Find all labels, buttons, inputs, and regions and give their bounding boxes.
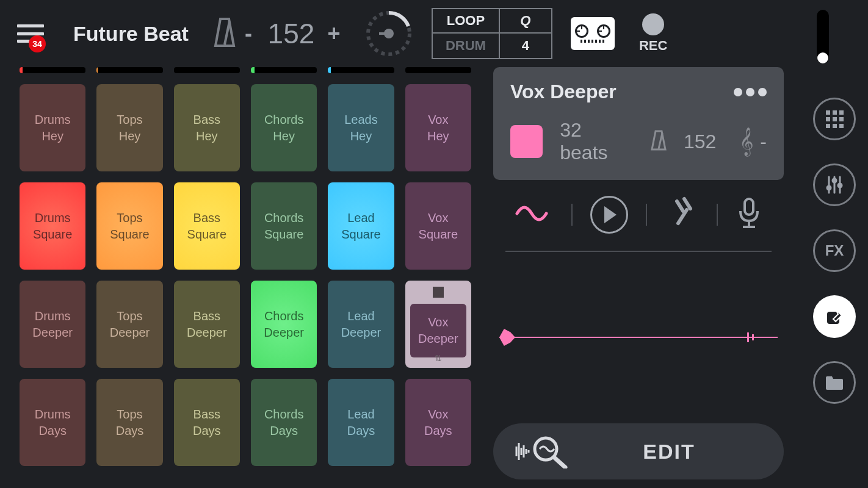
fx-button[interactable]: FX bbox=[813, 229, 856, 272]
menu-button[interactable]: 34 bbox=[0, 24, 61, 43]
pad-column-3: ChordsHeyChordsSquareChordsDeeperChordsD… bbox=[251, 67, 317, 488]
wave-tool-button[interactable] bbox=[515, 200, 554, 229]
pad-2-1[interactable]: BassSquare bbox=[174, 182, 240, 270]
edit-mode-button[interactable] bbox=[813, 295, 856, 338]
waveform-display[interactable] bbox=[499, 325, 778, 350]
quantize-value[interactable]: 4 bbox=[500, 34, 551, 58]
pad-label: VoxDeeper bbox=[410, 304, 466, 357]
quantize-label: Q bbox=[500, 9, 551, 34]
clip-color-swatch[interactable] bbox=[510, 125, 543, 158]
pad-2-3[interactable]: BassDays bbox=[174, 379, 240, 466]
pad-3-0[interactable]: ChordsHey bbox=[251, 84, 317, 171]
pad-3-1[interactable]: ChordsSquare bbox=[251, 182, 317, 270]
pad-column-5: VoxHeyVoxSquareVoxDeeper⇅VoxDays bbox=[405, 67, 471, 488]
pad-label: LeadsHey bbox=[344, 112, 378, 145]
treble-clef-icon: 𝄞 bbox=[739, 127, 754, 156]
clip-detail-card: Vox Deeper 32 beats 152 𝄞 - bbox=[493, 67, 784, 180]
svg-line-4 bbox=[659, 133, 662, 149]
tempo-value[interactable]: 152 bbox=[264, 17, 319, 50]
pad-0-2[interactable]: DrumsDeeper bbox=[20, 281, 85, 368]
fx-icon: FX bbox=[825, 242, 844, 259]
svg-point-21 bbox=[833, 179, 836, 182]
edit-button[interactable]: EDIT bbox=[493, 423, 784, 479]
clip-bpm: 152 bbox=[684, 131, 716, 153]
play-icon bbox=[604, 206, 617, 223]
grid-view-button[interactable] bbox=[813, 98, 856, 140]
pad-4-0[interactable]: LeadsHey bbox=[328, 84, 394, 171]
pad-label: TopsSquare bbox=[110, 210, 150, 243]
column-meter[interactable] bbox=[20, 67, 85, 73]
pad-1-1[interactable]: TopsSquare bbox=[96, 182, 162, 270]
pad-label: ChordsSquare bbox=[264, 210, 304, 243]
column-meter[interactable] bbox=[96, 67, 162, 73]
mode-selector: LOOP Q DRUM 4 bbox=[432, 8, 552, 59]
tempo-increase-button[interactable]: + bbox=[322, 21, 346, 46]
column-meter[interactable] bbox=[174, 67, 240, 73]
pad-2-2[interactable]: BassDeeper bbox=[174, 281, 240, 368]
pad-label: TopsDeeper bbox=[110, 308, 150, 341]
pad-5-0[interactable]: VoxHey bbox=[405, 84, 471, 171]
pad-label: LeadDeeper bbox=[341, 308, 382, 341]
pad-0-0[interactable]: DrumsHey bbox=[20, 84, 85, 171]
clip-beats: 32 beats bbox=[560, 119, 634, 164]
separator bbox=[717, 204, 718, 226]
pad-label: ChordsDays bbox=[264, 406, 303, 439]
pad-column-0: DrumsHeyDrumsSquareDrumsDeeperDrumsDays bbox=[20, 67, 85, 488]
pad-5-2[interactable]: VoxDeeper⇅ bbox=[405, 281, 471, 368]
drum-mode-button[interactable]: DRUM bbox=[433, 34, 500, 58]
folder-button[interactable] bbox=[813, 361, 856, 404]
tempo-decrease-button[interactable]: - bbox=[236, 21, 261, 46]
pad-1-2[interactable]: TopsDeeper bbox=[96, 281, 162, 368]
column-meter[interactable] bbox=[405, 67, 471, 73]
pad-0-3[interactable]: DrumsDays bbox=[20, 379, 85, 466]
pad-0-1[interactable]: DrumsSquare bbox=[20, 182, 85, 270]
play-button[interactable] bbox=[590, 196, 628, 234]
metronome-icon[interactable] bbox=[213, 16, 236, 51]
sliders-icon bbox=[824, 174, 845, 195]
svg-line-0 bbox=[225, 21, 230, 45]
pad-label: DrumsHey bbox=[35, 112, 71, 145]
pad-3-3[interactable]: ChordsDays bbox=[251, 379, 317, 466]
pad-3-2[interactable]: ChordsDeeper bbox=[251, 281, 317, 368]
pad-1-3[interactable]: TopsDays bbox=[96, 379, 162, 466]
volume-slider[interactable] bbox=[817, 10, 829, 63]
notification-badge: 34 bbox=[29, 35, 46, 52]
separator bbox=[646, 204, 647, 226]
pad-column-1: TopsHeyTopsSquareTopsDeeperTopsDays bbox=[96, 67, 162, 488]
edit-label: EDIT bbox=[573, 440, 765, 464]
loop-mode-button[interactable]: LOOP bbox=[433, 9, 500, 34]
svg-point-20 bbox=[827, 186, 831, 190]
separator bbox=[571, 204, 573, 226]
pad-label: LeadSquare bbox=[341, 210, 381, 243]
tuning-fork-button[interactable] bbox=[665, 196, 699, 233]
pad-2-0[interactable]: BassHey bbox=[174, 84, 240, 171]
pad-label: BassSquare bbox=[187, 210, 227, 243]
record-button[interactable]: REC bbox=[639, 13, 667, 54]
pad-label: BassDeeper bbox=[187, 308, 227, 341]
pad-label: BassDays bbox=[193, 406, 221, 439]
pad-5-1[interactable]: VoxSquare bbox=[405, 182, 471, 270]
microphone-button[interactable] bbox=[736, 196, 762, 233]
pad-5-3[interactable]: VoxDays bbox=[405, 379, 471, 466]
mixer-button[interactable] bbox=[813, 163, 856, 206]
grid-icon bbox=[826, 110, 844, 128]
pad-4-2[interactable]: LeadDeeper bbox=[328, 281, 394, 368]
pad-label: DrumsSquare bbox=[33, 210, 73, 243]
pad-4-1[interactable]: LeadSquare bbox=[328, 182, 394, 270]
column-meter[interactable] bbox=[328, 67, 394, 73]
tape-recorder-button[interactable] bbox=[571, 17, 615, 50]
progress-dial[interactable] bbox=[364, 9, 413, 58]
metronome-icon bbox=[651, 129, 667, 154]
pad-label: TopsHey bbox=[117, 112, 142, 145]
project-title[interactable]: Future Beat bbox=[73, 22, 189, 46]
pad-4-3[interactable]: LeadDays bbox=[328, 379, 394, 466]
clip-key: - bbox=[760, 131, 767, 153]
pad-label: ChordsDeeper bbox=[264, 308, 304, 341]
column-meter[interactable] bbox=[251, 67, 317, 73]
pad-column-4: LeadsHeyLeadSquareLeadDeeperLeadDays bbox=[328, 67, 394, 488]
volume-thumb bbox=[817, 52, 828, 63]
clip-menu-button[interactable] bbox=[734, 88, 767, 96]
waveform-zoom-icon bbox=[512, 434, 573, 468]
svg-point-22 bbox=[838, 184, 842, 187]
pad-1-0[interactable]: TopsHey bbox=[96, 84, 162, 171]
